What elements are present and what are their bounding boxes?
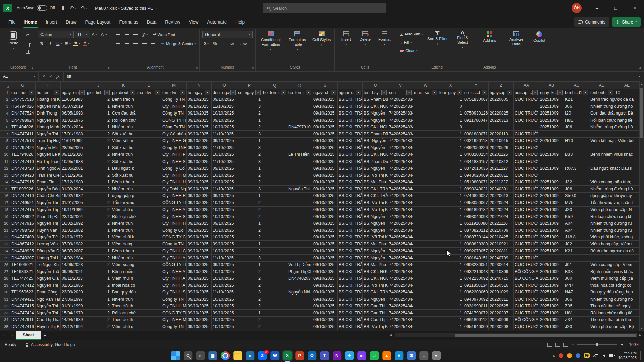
cell[interactable]: 2 [237,179,262,186]
cell[interactable]: 09/08/2021 [61,268,86,275]
cell[interactable] [262,117,287,124]
cell[interactable]: DN4749521 [10,199,36,207]
cell[interactable]: 11/10/2025 [212,289,237,296]
cell[interactable]: 15/04/1979 [61,310,86,317]
cell[interactable] [413,234,438,241]
number-dialog-launcher[interactable]: ↘ [251,66,254,69]
cell[interactable]: 09/10/2025 [187,282,212,289]
cell[interactable]: 2 [86,131,111,138]
cell[interactable]: 2 [237,206,262,213]
row-number[interactable]: 13 [0,172,10,179]
cell[interactable]: 09/10/2025 [312,103,338,110]
filter-dropdown-button[interactable]: ▾ [406,90,412,95]
cell[interactable]: Đặng Văn Đ [36,247,61,255]
cell[interactable]: 09/10/2025 [187,131,212,138]
cell[interactable]: 09/10/2025 [187,103,212,110]
cell[interactable]: 2 [86,255,111,262]
alignment-dialog-launcher[interactable]: ↘ [195,66,198,69]
cell[interactable]: BS.CKI. TRẦ [338,179,363,186]
row-number[interactable]: 25 [0,255,10,262]
cell[interactable]: Trần Thị Giê [36,172,61,179]
cell[interactable]: CỤC TRƯỞ [514,179,539,186]
cell[interactable]: 1 [237,310,262,317]
filter-header-cell[interactable]: noicap_c▾ [514,89,539,96]
cell[interactable]: 1 [86,192,111,199]
cell[interactable]: BS.CKI. TRẦ [338,213,363,220]
filter-dropdown-button[interactable]: ▾ [432,90,437,95]
cell[interactable]: 2 [86,117,111,124]
cell[interactable] [413,268,438,275]
cell[interactable]: 0892050226 [463,144,489,151]
insert-cells-button[interactable]: Insert▾ [337,30,355,46]
cell[interactable] [413,124,438,131]
cell[interactable]: 1 [237,241,262,248]
cell[interactable] [287,316,312,323]
cell[interactable]: Rối loạn chứ [111,117,136,124]
cell[interactable]: 20220524 [489,199,514,207]
cell[interactable] [262,234,287,241]
cell[interactable]: 20230208 [489,323,514,330]
cell[interactable]: BS.CKI. TRẦ [338,323,363,330]
cell[interactable] [262,186,287,193]
align-center-button[interactable] [123,40,131,47]
cell[interactable]: 09/10/2025 [312,310,338,317]
cell[interactable] [262,213,287,220]
cell[interactable]: N47 [564,289,589,296]
cell[interactable]: 1 [86,179,111,186]
cell[interactable]: DN4747524 [10,110,36,117]
battery-icon[interactable] [609,354,614,357]
cell[interactable]: 20251009 [539,323,564,330]
cell[interactable]: 11/10/2025 [212,131,237,138]
cell[interactable] [136,316,161,323]
column-header-Y[interactable]: Y [463,82,489,89]
cell[interactable]: 1 [86,144,111,151]
tab-home[interactable]: Home [20,16,42,28]
cell[interactable]: DN4747916 [10,220,36,227]
cell[interactable]: 1 [438,172,463,179]
tab-data[interactable]: Data [143,16,161,28]
cell[interactable]: 20220311 [489,296,514,303]
cell[interactable]: 10/10/2025 [212,323,237,330]
cell[interactable]: 09/10/2025 [212,241,237,248]
filter-dropdown-button[interactable]: ▾ [507,90,512,95]
cell[interactable] [413,255,438,262]
cell[interactable]: 74206254844 [388,192,413,199]
filter-header-cell[interactable]: ngay_ct▾ [312,89,338,96]
cell[interactable]: CỤC TRƯỞ [514,151,539,158]
cell[interactable]: TE1404026 [10,124,36,131]
cell[interactable] [413,199,438,207]
tab-view[interactable]: View [184,16,203,28]
cell[interactable]: Nguyễn Nhi [287,289,312,296]
cell[interactable]: đụng giập ở khuỷu tay [589,192,614,199]
cell[interactable]: 09/10/2025 [187,213,212,220]
cell[interactable]: CỤC TRƯỞ [514,186,539,193]
cell[interactable]: CỤC TRƯỞ [514,323,539,330]
row-number[interactable]: 2 [0,96,10,103]
column-header-X[interactable]: X [438,82,463,89]
word-icon[interactable]: W [270,351,279,360]
cell[interactable]: CỤC TRƯỞ [514,220,539,227]
filter-header-cell[interactable]: so_ngay▾ [237,89,262,96]
cell[interactable]: TE1969623 [10,289,36,296]
bold-button[interactable]: B [38,40,46,47]
cell[interactable]: 0372010036 [463,165,489,172]
cell[interactable]: 09/10/2025 [312,323,338,330]
column-header-AD[interactable]: AD [589,82,614,89]
cell[interactable]: 20220525 [489,303,514,310]
cell[interactable]: CỤC TRƯỞ [514,110,539,117]
cell[interactable] [413,296,438,303]
cell[interactable] [136,124,161,131]
filter-dropdown-button[interactable]: ▾ [457,90,462,95]
cell[interactable]: Cty TNHH A [161,268,187,275]
cell[interactable]: 20211227 [489,165,514,172]
cell[interactable]: 09/10/2025 [312,261,338,268]
filter-dropdown-button[interactable]: ▾ [557,90,563,95]
cell[interactable]: 2 [86,172,111,179]
cell[interactable]: 20210812 [489,158,514,165]
cell[interactable]: 1 [438,310,463,317]
cell[interactable]: 3 [237,289,262,296]
zoom-slider-thumb[interactable] [596,343,598,346]
cell[interactable]: Công ty TNH [161,144,187,151]
cell[interactable]: BS.Nguyễn [363,117,388,124]
cell[interactable]: BS.CKI. TRẦ [338,316,363,323]
